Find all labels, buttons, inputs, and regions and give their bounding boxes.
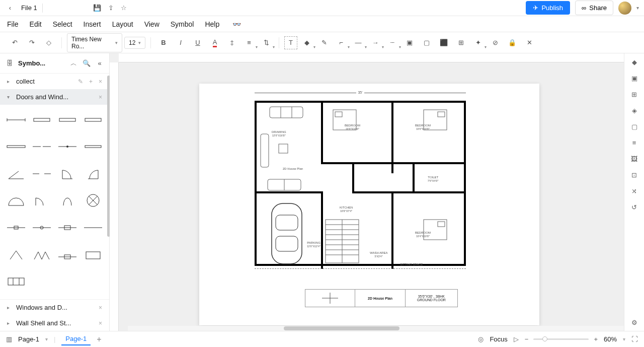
ruler-vertical[interactable] [110, 62, 119, 331]
add-page-button[interactable]: + [97, 335, 101, 344]
zoom-slider[interactable] [533, 338, 589, 340]
shape-symbol[interactable] [31, 136, 52, 157]
line-spacing-button[interactable]: ⇅ [259, 35, 274, 50]
user-avatar[interactable] [618, 2, 631, 15]
menu-view[interactable]: View [144, 20, 159, 28]
shape-symbol[interactable] [83, 136, 104, 157]
menu-file[interactable]: File [7, 20, 19, 28]
shape-symbol[interactable] [31, 190, 52, 211]
arrow-style-button[interactable]: → [368, 35, 383, 50]
shape-symbol[interactable] [5, 271, 27, 292]
chevron-up-icon[interactable]: ︿ [69, 59, 78, 68]
image-panel-icon[interactable]: 🖼 [629, 153, 640, 164]
menu-layout[interactable]: Layout [112, 20, 133, 28]
data-panel-icon[interactable]: ≡ [629, 137, 640, 148]
shape-symbol[interactable] [83, 218, 104, 238]
floorplan[interactable]: 35' DRAWING12'0"X16'8 [255, 95, 466, 276]
history-icon[interactable]: ↺ [629, 201, 640, 213]
shape-symbol[interactable] [83, 244, 104, 264]
align-left-button[interactable]: ⬛ [436, 35, 451, 50]
shuffle-icon[interactable]: ⤨ [629, 185, 640, 196]
close-icon[interactable]: × [99, 78, 102, 85]
line-color-button[interactable]: ✎ [316, 35, 332, 50]
font-color-button[interactable]: A [207, 35, 222, 50]
play-icon[interactable]: ▷ [514, 335, 519, 343]
align-button[interactable]: ≡ [242, 35, 257, 50]
shape-symbol[interactable] [5, 110, 27, 130]
layers-panel-icon[interactable]: ◈ [629, 105, 640, 116]
shape-symbol[interactable] [83, 190, 104, 211]
preview-icon[interactable]: 👓 [232, 20, 241, 28]
undo-button[interactable]: ↶ [7, 35, 22, 50]
text-height-button[interactable]: ‡ [224, 35, 239, 50]
menu-help[interactable]: Help [205, 20, 219, 28]
redo-button[interactable]: ↷ [24, 35, 39, 50]
shape-symbol[interactable] [31, 244, 52, 264]
bold-button[interactable]: B [156, 35, 171, 50]
favorite-icon[interactable]: ☆ [121, 4, 127, 12]
sidebar-item-wall[interactable]: ▸ Wall Shell and St... × [0, 315, 109, 331]
fill-button[interactable]: ◆ [299, 35, 314, 50]
shape-symbol[interactable] [5, 190, 27, 211]
italic-button[interactable]: I [173, 35, 188, 50]
share-button[interactable]: ∞ Share [575, 1, 613, 15]
grid-panel-icon[interactable]: ⊞ [629, 89, 640, 100]
shape-symbol[interactable] [31, 218, 52, 238]
close-icon[interactable]: × [99, 94, 102, 101]
fullscreen-icon[interactable]: ⛶ [631, 335, 638, 343]
line-dash-button[interactable]: ┄ [385, 35, 400, 50]
collapse-icon[interactable]: « [95, 59, 104, 67]
shape-symbol[interactable] [57, 218, 78, 238]
shape-symbol[interactable] [57, 244, 78, 264]
format-painter-button[interactable]: ◇ [41, 35, 56, 50]
add-icon[interactable]: + [89, 78, 93, 85]
shape-symbol[interactable] [83, 110, 104, 130]
effects-button[interactable]: ✦ [470, 35, 486, 50]
shape-symbol[interactable] [5, 218, 27, 238]
align-distribute-button[interactable]: ⊞ [453, 35, 468, 50]
sidebar-item-windows[interactable]: ▸ Windows and D... × [0, 300, 109, 315]
publish-button[interactable]: ✈ Publish [526, 1, 570, 15]
font-select[interactable]: Times New Ro...▾ [67, 33, 122, 52]
page-select[interactable]: Page-1 [18, 335, 39, 343]
edit-icon[interactable]: ✎ [78, 78, 83, 85]
ruler-horizontal[interactable] [119, 53, 624, 62]
sidebar-item-doors[interactable]: ▾ Doors and Wind... × [0, 89, 109, 105]
lock-button[interactable]: 🔒 [505, 35, 520, 50]
shape-symbol[interactable] [83, 164, 104, 184]
present-panel-icon[interactable]: ▢ [629, 121, 640, 132]
line-style-button[interactable]: ― [351, 35, 366, 50]
shape-symbol[interactable] [5, 164, 27, 184]
bring-front-button[interactable]: ▢ [419, 35, 434, 50]
text-tool-button[interactable]: T [284, 36, 297, 49]
back-button[interactable]: ‹ [5, 4, 15, 12]
shape-symbol[interactable] [5, 244, 27, 264]
shape-symbol[interactable] [31, 164, 52, 184]
connector-button[interactable]: ⌐ [334, 35, 349, 50]
export-panel-icon[interactable]: ⊡ [629, 169, 640, 180]
shape-symbol[interactable] [57, 164, 78, 184]
save-icon[interactable]: 💾 [93, 4, 101, 12]
shape-panel-icon[interactable]: ▣ [629, 73, 640, 84]
menu-symbol[interactable]: Symbol [171, 20, 194, 28]
menu-edit[interactable]: Edit [30, 20, 42, 28]
close-icon[interactable]: × [99, 320, 102, 327]
send-back-button[interactable]: ▣ [402, 35, 417, 50]
horizontal-scrollbar[interactable] [128, 326, 624, 331]
menu-insert[interactable]: Insert [84, 20, 101, 28]
zoom-in-button[interactable]: + [594, 335, 598, 343]
shape-symbol[interactable] [57, 136, 78, 157]
page[interactable]: 35' DRAWING12'0"X16'8 [199, 84, 539, 325]
close-icon[interactable]: × [99, 304, 102, 311]
page-tab[interactable]: Page-1 [61, 333, 91, 345]
pages-icon[interactable]: ▥ [6, 335, 12, 343]
search-icon[interactable]: 🔍 [82, 59, 91, 67]
shape-symbol[interactable] [57, 190, 78, 211]
chevron-down-icon[interactable]: ▾ [623, 336, 625, 342]
zoom-out-button[interactable]: − [525, 335, 529, 343]
chevron-down-icon[interactable]: ▾ [45, 336, 48, 342]
focus-icon[interactable]: ◎ [478, 335, 484, 343]
tools-button[interactable]: ✕ [522, 35, 537, 50]
settings-icon[interactable]: ⚙ [629, 317, 640, 328]
canvas[interactable]: 35' DRAWING12'0"X16'8 [119, 62, 624, 331]
